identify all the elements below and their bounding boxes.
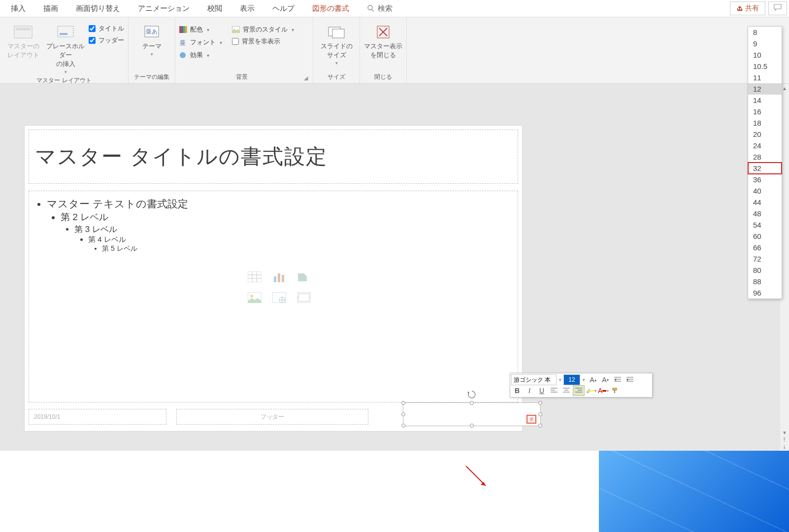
font-size-option[interactable]: 32 [748, 163, 782, 174]
font-size-option[interactable]: 80 [748, 265, 782, 276]
slide-number-field[interactable]: # [526, 415, 536, 424]
next-slide-icon[interactable]: ⭳ [781, 443, 788, 450]
search-box[interactable]: 検索 [367, 4, 393, 13]
highlight-icon [586, 387, 590, 394]
font-size-option[interactable]: 16 [748, 106, 782, 117]
insert-picture-icon[interactable] [246, 291, 263, 304]
svg-point-0 [368, 5, 372, 10]
svg-rect-21 [248, 271, 262, 282]
title-checkbox[interactable]: タイトル [89, 24, 124, 33]
tab-transitions[interactable]: 画面切り替え [67, 1, 129, 16]
align-left-button[interactable] [548, 385, 560, 396]
font-size-option[interactable]: 36 [748, 174, 782, 185]
slide-master[interactable]: マスター タイトルの書式設定 マスター テキストの書式設定 第 2 レベル 第 … [25, 126, 522, 431]
tab-animations[interactable]: アニメーション [129, 1, 198, 16]
tab-shape-format[interactable]: 図形の書式 [303, 1, 358, 16]
font-size-option[interactable]: 88 [748, 276, 782, 287]
font-size-option[interactable]: 11 [748, 72, 782, 83]
slide-size-button[interactable]: スライドの サイズ ▾ [317, 21, 356, 66]
font-size-option[interactable]: 48 [748, 208, 782, 219]
slide-number-placeholder[interactable]: # [403, 402, 541, 426]
footer-checkbox[interactable]: フッダー [89, 36, 124, 45]
master-layout-button[interactable]: マスターの レイアウト [4, 21, 42, 60]
dialog-launcher-icon[interactable]: ◢ [304, 75, 308, 81]
bold-button[interactable]: B [511, 385, 523, 396]
comments-button[interactable] [768, 1, 787, 15]
selection-handle[interactable] [401, 424, 405, 428]
insert-online-picture-icon[interactable] [270, 291, 288, 304]
font-size-input[interactable] [563, 374, 580, 385]
chevron-down-icon[interactable]: ▾ [557, 377, 563, 382]
font-size-dropdown[interactable]: 891010.511121416182024283236404448546066… [748, 26, 782, 299]
selection-handle[interactable] [401, 412, 405, 416]
themes-button[interactable]: 亜あ テーマ ▾ [132, 21, 171, 57]
font-size-option[interactable]: 44 [748, 197, 782, 208]
group-theme-edit: 亜あ テーマ ▾ テーマの編集 [129, 17, 175, 83]
decrease-font-button[interactable]: A▾ [599, 374, 611, 385]
chevron-down-icon[interactable]: ▾ [581, 377, 587, 382]
align-right-button[interactable] [573, 385, 585, 396]
font-size-option[interactable]: 8 [748, 27, 782, 38]
share-button[interactable]: 共有 [730, 1, 765, 15]
font-name-input[interactable] [511, 374, 557, 385]
font-size-option[interactable]: 9 [748, 38, 782, 49]
close-master-view-button[interactable]: マスター表示 を閉じる [364, 21, 402, 60]
tab-review[interactable]: 校閲 [198, 1, 231, 16]
tab-insert[interactable]: 挿入 [2, 1, 34, 16]
text-highlight-button[interactable]: ▾ [585, 385, 597, 396]
bg-styles-label: 背景のスタイル [243, 25, 288, 34]
font-size-option[interactable]: 96 [748, 287, 782, 299]
font-size-option[interactable]: 40 [748, 185, 782, 197]
title-placeholder[interactable]: マスター タイトルの書式設定 [29, 130, 518, 184]
selection-handle[interactable] [470, 424, 474, 428]
body-placeholder[interactable]: マスター テキストの書式設定 第 2 レベル 第 3 レベル 第 4 レベル 第… [29, 191, 518, 402]
svg-rect-12 [185, 26, 187, 33]
insert-video-icon[interactable] [295, 291, 313, 304]
font-size-option[interactable]: 72 [748, 253, 782, 265]
format-painter-button[interactable] [610, 385, 622, 396]
rotate-handle-icon[interactable] [467, 390, 476, 399]
tab-draw[interactable]: 描画 [34, 1, 67, 16]
insert-placeholder-button[interactable]: プレースホルダー の挿入 ▾ [46, 21, 85, 74]
colors-button[interactable]: 配色▾ [179, 24, 222, 35]
italic-button[interactable]: I [524, 385, 535, 396]
scroll-down-icon[interactable]: ▼ [781, 429, 788, 436]
insert-table-icon[interactable] [246, 270, 263, 284]
font-size-option[interactable]: 24 [748, 140, 782, 151]
selection-handle[interactable] [538, 424, 542, 428]
increase-font-button[interactable]: A▴ [587, 374, 599, 385]
font-size-option[interactable]: 14 [748, 95, 782, 106]
slide-size-label: スライドの サイズ [321, 42, 353, 60]
selection-handle[interactable] [401, 401, 405, 405]
decrease-indent-button[interactable] [612, 374, 624, 385]
footer-placeholder[interactable]: フッター [176, 409, 368, 425]
selection-handle[interactable] [538, 412, 542, 416]
font-size-option[interactable]: 12 [748, 83, 782, 95]
scroll-up-icon[interactable]: ▲ [781, 85, 788, 92]
font-size-option[interactable]: 10.5 [748, 61, 782, 72]
hide-background-checkbox[interactable]: 背景を非表示 [232, 37, 294, 46]
font-size-option[interactable]: 28 [748, 151, 782, 163]
background-styles-button[interactable]: 背景のスタイル▾ [232, 24, 294, 35]
insert-chart-icon[interactable] [270, 270, 288, 284]
prev-slide-icon[interactable]: ⭱ [781, 436, 788, 443]
effects-button[interactable]: 効果▾ [179, 50, 222, 61]
tab-help[interactable]: ヘルプ [263, 1, 303, 16]
font-size-option[interactable]: 66 [748, 242, 782, 253]
fonts-button[interactable]: 亜フォント▾ [179, 37, 222, 48]
selection-handle[interactable] [470, 401, 474, 405]
font-size-option[interactable]: 10 [748, 49, 782, 61]
selection-handle[interactable] [538, 401, 542, 405]
increase-indent-button[interactable] [624, 374, 636, 385]
insert-smartart-icon[interactable] [295, 270, 313, 284]
date-placeholder[interactable]: 2019/10/1 [29, 409, 166, 425]
underline-button[interactable]: U [536, 385, 548, 396]
font-size-option[interactable]: 60 [748, 231, 782, 242]
font-color-button[interactable]: A▾ [597, 385, 609, 396]
align-center-button[interactable] [560, 385, 572, 396]
format-painter-icon [612, 387, 620, 394]
font-size-option[interactable]: 18 [748, 117, 782, 129]
tab-view[interactable]: 表示 [231, 1, 263, 16]
font-size-option[interactable]: 20 [748, 129, 782, 140]
font-size-option[interactable]: 54 [748, 219, 782, 231]
